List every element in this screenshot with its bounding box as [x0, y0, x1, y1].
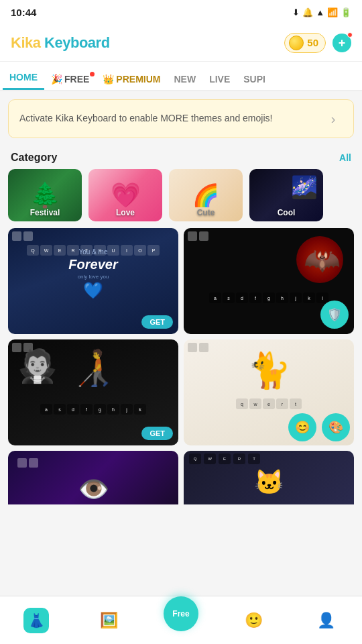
key-q: Q: [27, 245, 39, 256]
status-icons: ⬇ 🔔 ▲ 📶 🔋: [292, 7, 351, 17]
tab-new[interactable]: NEW: [167, 68, 202, 90]
keyboard-paint: q w e r t: [184, 396, 354, 413]
tab-super[interactable]: SUPI: [237, 68, 272, 90]
wkey-a: a: [40, 404, 52, 415]
warrior-get-button[interactable]: GET: [141, 427, 173, 440]
nkey-d: d: [236, 292, 248, 303]
pkey-w: w: [249, 398, 261, 409]
wkey-g: g: [94, 404, 106, 415]
pkey-t: t: [290, 398, 302, 409]
wkey-d: d: [67, 404, 79, 415]
app-logo: Kika Keyboard: [11, 34, 110, 52]
free-label: Free: [172, 609, 189, 619]
notification-icon: 🔔: [302, 7, 313, 17]
cat-card-cool[interactable]: 🌌 Cool: [249, 169, 323, 221]
warrior-character: 🧑‍🦯: [72, 347, 115, 388]
nav-item-themes[interactable]: 👗: [0, 608, 72, 633]
key-e: E: [54, 245, 66, 256]
cat-card-love[interactable]: 💗 Love: [88, 169, 162, 221]
add-coin-button[interactable]: [333, 34, 351, 52]
category-header: Category All: [0, 146, 362, 169]
theme-card-paint[interactable]: 🐈 q w e r t 🎨 😊: [184, 339, 354, 445]
app-header: Kika Keyboard 50: [0, 24, 362, 62]
download-icon: ⬇: [292, 7, 300, 17]
themes-grid: QWERT YUIOP You & me Forever only love y…: [0, 228, 362, 445]
coin-icon: [289, 36, 304, 50]
activation-banner[interactable]: Activate Kika Keyboard to enable MORE th…: [8, 99, 354, 138]
status-bar: 10:44 ⬇ 🔔 ▲ 📶 🔋: [0, 0, 362, 24]
forever-you-me: You & me: [68, 248, 117, 256]
ti8: [199, 343, 208, 352]
ti3: [188, 231, 197, 241]
paint-emoji-button[interactable]: 😊: [288, 413, 316, 441]
wkey-s: s: [54, 404, 66, 415]
wkey-f: f: [80, 404, 93, 415]
theme-card-forever[interactable]: QWERT YUIOP You & me Forever only love y…: [8, 228, 178, 334]
theme-card-warrior[interactable]: 🧑‍🦯 🧛 asdf ghjk GET: [8, 339, 178, 445]
cat-love-label: Love: [88, 208, 162, 217]
category-all-link[interactable]: All: [339, 152, 351, 163]
pkey-q: q: [236, 398, 248, 409]
nav-tabs: HOME 🎉 FREE 👑 PREMIUM NEW LIVE SUPI: [0, 62, 362, 91]
nav-icon-emoji: 🙂: [242, 609, 265, 632]
ckkey-e: E: [219, 453, 231, 464]
cool-icon: 🌌: [291, 174, 318, 200]
nav-item-emoji[interactable]: 🙂: [217, 609, 290, 632]
ckkey-q: Q: [189, 453, 201, 464]
forever-only: only love you: [68, 274, 117, 280]
free-notif-dot: [90, 72, 95, 76]
ti2: [23, 231, 33, 241]
nkey-h: h: [276, 292, 288, 303]
nav-item-free[interactable]: Free: [145, 610, 217, 631]
tab-home[interactable]: HOME: [3, 66, 44, 90]
nkey-j: j: [290, 292, 302, 303]
bottom-nav: 👗 🖼️ Free 🙂 👤: [0, 596, 362, 644]
love-icon: 💗: [111, 181, 141, 209]
theme-icons-row-purple: [13, 455, 173, 469]
theme-card-cat-keyboard[interactable]: Q W E R T 🐱: [184, 451, 354, 504]
theme-card-purple-demon[interactable]: 👁️: [8, 451, 178, 504]
wifi-icon: ▲: [316, 7, 324, 17]
wkey-h: h: [107, 404, 119, 415]
nav-item-wallpaper[interactable]: 🖼️: [72, 609, 145, 632]
forever-heart-emoji: 💙: [68, 281, 117, 300]
cat-card-festival[interactable]: 🌲 Festival: [8, 169, 82, 221]
key-o: O: [134, 245, 146, 256]
cat-cool-label: Cool: [249, 208, 323, 217]
cat-keyboard-figure: 🐱: [184, 468, 354, 496]
key-w: W: [40, 245, 52, 256]
warrior-figure: 🧛: [17, 347, 58, 385]
nav-icon-wallpaper: 🖼️: [97, 609, 120, 632]
status-time: 10:44: [11, 7, 36, 18]
coin-count: 50: [307, 37, 318, 48]
logo-kika: Kika: [11, 34, 44, 51]
coin-badge[interactable]: 50: [284, 33, 326, 53]
nkey-l: l: [316, 292, 328, 303]
nav-icon-free: Free: [164, 596, 198, 631]
battery-icon: 🔋: [341, 7, 351, 17]
cat-keyboard-top: Q W E R T: [184, 451, 354, 467]
key-p: P: [147, 245, 160, 256]
theme-card-ninja[interactable]: 🦇 asdfg hjkl 🛡️: [184, 228, 354, 334]
signal-icon: 📶: [327, 7, 338, 17]
forever-get-button[interactable]: GET: [141, 315, 173, 329]
cat-card-cute[interactable]: 🌈 Cute: [169, 169, 243, 221]
ckkey-t: T: [248, 453, 260, 464]
banner-text: Activate Kika Keyboard to enable MORE th…: [19, 112, 324, 125]
paint-palette-button[interactable]: 🎨: [322, 413, 350, 441]
tab-free[interactable]: 🎉 FREE: [44, 68, 96, 90]
nav-item-profile[interactable]: 👤: [290, 609, 362, 632]
ninja-silhouette: 🦇: [304, 243, 341, 278]
nkey-f: f: [249, 292, 261, 303]
ckkey-r: R: [233, 453, 245, 464]
ninja-shield-button[interactable]: 🛡️: [320, 301, 349, 329]
nkey-a: a: [209, 292, 221, 303]
header-right: 50: [284, 33, 351, 53]
paint-cat-emoji: 🐈: [247, 350, 291, 391]
tab-premium[interactable]: 👑 PREMIUM: [96, 68, 167, 90]
nkey-s: s: [223, 292, 235, 303]
category-scroll: 🌲 Festival 💗 Love 🌈 Cute 🌌 Cool: [0, 169, 362, 228]
nkey-g: g: [263, 292, 275, 303]
tab-live[interactable]: LIVE: [202, 68, 237, 90]
wkey-k: k: [134, 404, 146, 415]
